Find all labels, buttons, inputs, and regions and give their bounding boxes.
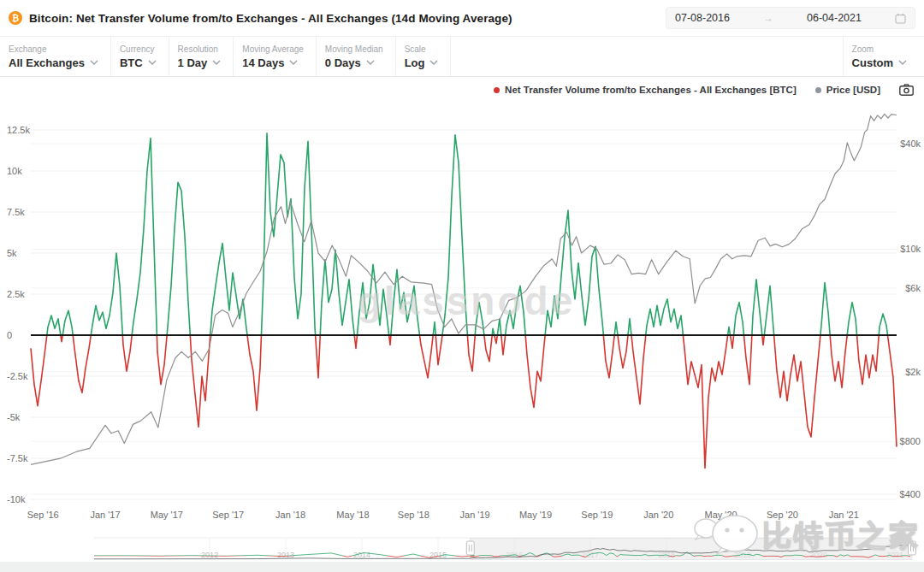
control-label: Moving Median <box>325 44 383 54</box>
chart-toolbar: ExchangeAll ExchangesCurrencyBTCResoluti… <box>0 36 924 77</box>
camera-button[interactable] <box>899 84 914 96</box>
control-moving-average[interactable]: Moving Average14 Days <box>234 37 317 76</box>
y-axis-label-left: -2.5k <box>7 371 28 381</box>
control-value: Custom <box>852 56 907 69</box>
control-exchange[interactable]: ExchangeAll Exchanges <box>0 37 111 76</box>
title-wrap: ₿ Bitcoin: Net Transfer Volume from/to E… <box>9 11 512 25</box>
y-axis-label-left: 2.5k <box>7 289 25 299</box>
x-axis-label: May '20 <box>704 510 737 520</box>
x-axis-label: Jan '18 <box>275 510 305 520</box>
control-currency[interactable]: CurrencyBTC <box>111 37 169 76</box>
x-axis-label: Jan '17 <box>90 510 120 520</box>
calendar-icon <box>895 13 906 24</box>
legend-dot-gray <box>815 87 821 93</box>
control-label: Scale <box>405 44 439 54</box>
x-axis-label: Sep '17 <box>212 510 244 520</box>
control-zoom[interactable]: ZoomCustom <box>843 37 924 76</box>
control-label: Exchange <box>9 44 98 54</box>
y-axis-label-right: $2k <box>905 367 921 377</box>
x-axis-label: May '19 <box>519 510 552 520</box>
control-value: BTC <box>120 56 157 69</box>
control-label: Currency <box>120 44 157 54</box>
glassnode-watermark: glassnode <box>358 279 576 323</box>
x-axis-label: Jan '19 <box>460 510 490 520</box>
y-axis-label-right: $400 <box>900 489 921 499</box>
chevron-down-icon <box>289 60 298 65</box>
legend: Net Transfer Volume from/to Exchanges - … <box>0 77 924 103</box>
y-axis-label-right: $40k <box>900 139 921 149</box>
control-label: Resolution <box>178 44 222 54</box>
x-axis-label: May '18 <box>336 510 369 520</box>
control-value: Log <box>405 56 439 69</box>
bitcoin-icon: ₿ <box>9 11 22 25</box>
legend-item-net-transfer-volume[interactable]: Net Transfer Volume from/to Exchanges - … <box>494 85 797 95</box>
y-axis-label-right: $10k <box>900 244 921 254</box>
x-axis-label: Jan '20 <box>643 510 673 520</box>
y-axis-label-right: $6k <box>905 283 921 293</box>
navigator-year-label: 2012 <box>201 551 218 559</box>
x-axis-label: Sep '16 <box>27 510 59 520</box>
date-to: 06-04-2021 <box>807 12 862 24</box>
navigator-handle-right[interactable] <box>909 541 916 555</box>
chevron-down-icon <box>90 60 98 65</box>
control-resolution[interactable]: Resolution1 Day <box>169 37 234 76</box>
date-range-picker[interactable]: 07-08-2016 → 06-04-2021 <box>666 7 915 29</box>
y-axis-label-left: 12.5k <box>7 125 30 135</box>
control-scale[interactable]: ScaleLog <box>396 37 452 76</box>
chevron-down-icon <box>898 60 907 65</box>
navigator-handle-left[interactable] <box>466 541 474 555</box>
date-from: 07-08-2016 <box>675 12 730 24</box>
control-label: Zoom <box>852 44 907 54</box>
control-value: 1 Day <box>178 56 222 69</box>
date-range-arrow-icon: → <box>763 12 773 24</box>
chevron-down-icon <box>148 60 157 65</box>
legend-dot-red <box>494 87 500 93</box>
x-axis-label: Sep '20 <box>767 510 798 520</box>
y-axis-label-left: -10k <box>7 494 26 504</box>
legend-label-net-transfer-volume: Net Transfer Volume from/to Exchanges - … <box>505 85 797 95</box>
x-axis-label: Sep '18 <box>398 510 429 520</box>
x-axis-label: Jan '21 <box>829 510 859 520</box>
control-label: Moving Average <box>242 44 304 54</box>
chevron-down-icon <box>366 60 375 65</box>
navigator-bottom-strip <box>0 562 924 572</box>
x-axis-label: May '17 <box>151 510 183 520</box>
control-moving-median[interactable]: Moving Median0 Days <box>317 37 396 76</box>
legend-item-price[interactable]: Price [USD] <box>815 85 880 95</box>
legend-label-price: Price [USD] <box>826 85 880 95</box>
y-axis-label-right: $800 <box>900 436 921 446</box>
chevron-down-icon <box>429 60 438 65</box>
y-axis-label-left: 5k <box>7 248 17 258</box>
y-axis-label-left: 0 <box>7 330 12 340</box>
x-axis-label: Sep '19 <box>581 510 613 520</box>
chevron-down-icon <box>212 60 221 65</box>
y-axis-label-left: -5k <box>7 412 21 422</box>
y-axis-label-left: 10k <box>7 166 22 176</box>
control-value: 0 Days <box>325 56 383 69</box>
main-chart[interactable]: 12.5k10k7.5k5k2.5k0-2.5k-5k-7.5k-10k$40k… <box>0 103 924 537</box>
header: ₿ Bitcoin: Net Transfer Volume from/to E… <box>0 0 924 36</box>
control-value: All Exchanges <box>9 56 98 69</box>
y-axis-label-left: -7.5k <box>7 453 28 463</box>
y-axis-label-left: 7.5k <box>7 207 25 217</box>
control-value: 14 Days <box>242 56 304 69</box>
page-title: Bitcoin: Net Transfer Volume from/to Exc… <box>29 12 512 25</box>
navigator-year-label: 2013 <box>277 551 294 559</box>
timeline-navigator[interactable]: 2012201320142015201620172018201920202021 <box>0 537 924 572</box>
